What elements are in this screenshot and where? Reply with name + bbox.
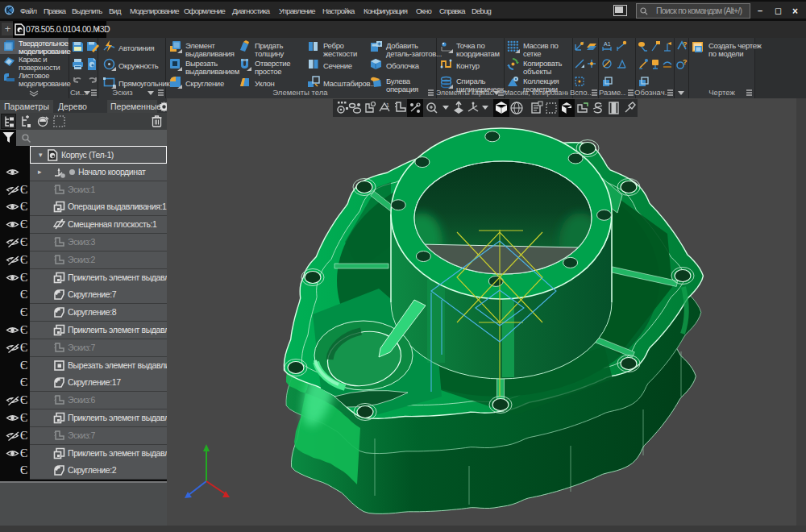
svg-text:1: 1 [386,102,389,108]
svg-text:?: ? [683,58,688,66]
svg-text:?: ? [683,40,688,48]
svg-text:A1: A1 [604,41,611,47]
